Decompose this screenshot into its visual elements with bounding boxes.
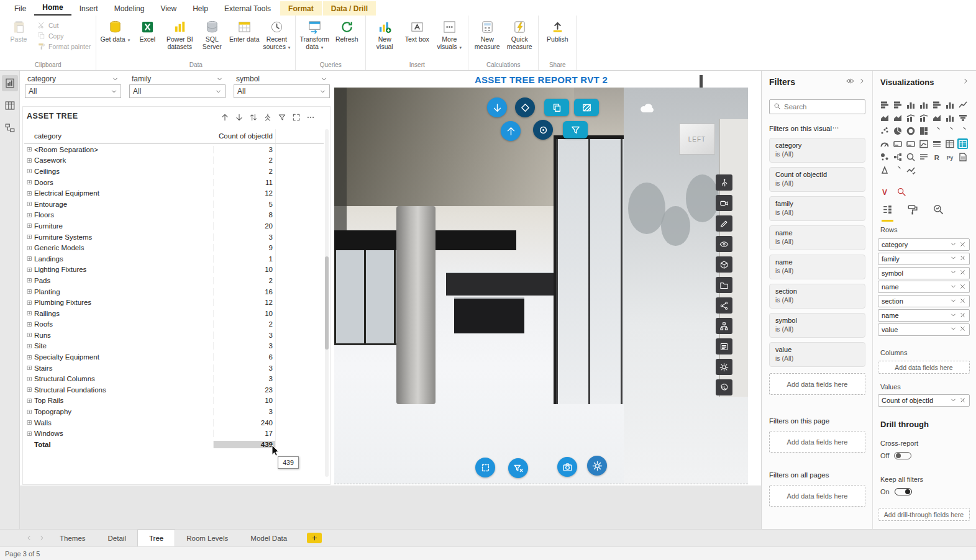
chevron-down-icon[interactable] (947, 325, 957, 333)
eye-icon[interactable] (846, 77, 854, 87)
visual-icon-waterfall-chart[interactable] (944, 112, 955, 123)
expand-icon[interactable] (24, 289, 34, 294)
rail-walk-icon[interactable] (716, 174, 732, 191)
rows-field-name[interactable]: name (878, 281, 970, 293)
slicer-dropdown[interactable]: All (25, 84, 121, 98)
visual-icon-100-stacked-column-chart[interactable] (944, 99, 955, 110)
table-row[interactable]: Electrical Equipment12 (24, 187, 324, 199)
table-row[interactable]: Furniture Systems3 (24, 232, 324, 243)
ribbon-tab-insert[interactable]: Insert (71, 1, 106, 16)
expand-icon[interactable] (24, 420, 34, 425)
visual-icon-pie-chart[interactable] (892, 125, 903, 136)
expand-icon[interactable] (24, 256, 34, 261)
remove-field-icon[interactable] (957, 312, 966, 320)
table-row[interactable]: Structural Foundations23 (24, 384, 324, 395)
viewer-button-arrow-down[interactable] (487, 97, 507, 117)
expand-icon[interactable] (24, 431, 34, 436)
table-row[interactable]: Railings10 (24, 308, 324, 319)
table-row[interactable]: Lighting Fixtures10 (24, 264, 324, 276)
visual-icon-gauge[interactable] (879, 138, 890, 149)
table-row[interactable]: Entourage5 (24, 199, 324, 210)
remove-field-icon[interactable] (957, 255, 966, 263)
viewer-button-funnel[interactable] (563, 121, 588, 138)
data-view-icon[interactable] (2, 97, 18, 114)
format-painter-button[interactable]: Format painter (37, 42, 91, 50)
viewer-button-target[interactable] (533, 120, 553, 140)
filter-add-fields[interactable]: Add data fields here (769, 485, 865, 507)
rail-hierarchy-icon[interactable] (716, 318, 732, 334)
filter-add-fields[interactable]: Add data fields here (769, 431, 865, 453)
visual-icon-power-apps[interactable] (879, 165, 890, 175)
ribbon-tab-format[interactable]: Format (280, 1, 322, 16)
slicer-header[interactable]: family (129, 73, 226, 84)
copy-button[interactable]: Copy (37, 32, 91, 40)
table-scrollbar-thumb[interactable] (325, 256, 329, 350)
cross-report-toggle[interactable] (894, 452, 911, 459)
remove-field-icon[interactable] (957, 397, 966, 405)
filter-card-count-of-objectid[interactable]: Count of objectIdis (All) (769, 167, 865, 192)
columns-add-fields[interactable]: Add data fields here (878, 361, 970, 374)
rows-field-name[interactable]: name (878, 309, 970, 322)
excel-button[interactable]: Excel (131, 16, 163, 61)
power-bi-datasets-button[interactable]: Power BI datasets (163, 16, 196, 61)
keep-filters-toggle[interactable] (895, 488, 912, 495)
table-row[interactable]: Walls240 (24, 417, 324, 428)
expand-icon[interactable] (24, 191, 34, 196)
visual-icon-r-script-visual[interactable]: R (931, 151, 942, 162)
visual-icon-donut-chart[interactable] (905, 125, 916, 136)
table-row[interactable]: Specialty Equipment6 (24, 351, 324, 363)
filter-card-section[interactable]: sectionis (All) (769, 284, 865, 309)
report-view-icon[interactable] (2, 75, 18, 91)
table-row[interactable]: Ceilings2 (24, 166, 324, 177)
page-tab-room-levels[interactable]: Room Levels (175, 530, 239, 546)
viewer-button-copy[interactable] (544, 99, 569, 116)
search-visual-icon[interactable] (896, 186, 906, 197)
visual-icon-smart-narrative[interactable] (918, 151, 929, 162)
expand-icon[interactable] (24, 409, 34, 415)
visual-icon-metrics[interactable] (905, 165, 916, 175)
remove-field-icon[interactable] (957, 297, 966, 305)
expand-icon[interactable] (24, 158, 34, 163)
rail-video-icon[interactable] (716, 195, 732, 211)
visual-icon-shape-map[interactable] (957, 125, 968, 136)
rail-gear-icon[interactable] (716, 359, 732, 375)
viewer-button-gear[interactable] (587, 456, 607, 476)
table-row[interactable]: Structural Columns3 (24, 373, 324, 384)
ribbon-tab-view[interactable]: View (152, 1, 185, 16)
ribbon-tab-help[interactable]: Help (185, 1, 216, 16)
expand-icon[interactable] (24, 223, 34, 228)
drill-down-icon[interactable] (235, 113, 244, 124)
filters-search-input[interactable] (784, 103, 861, 111)
filter-icon[interactable] (278, 113, 286, 124)
visual-icon-decomposition-tree[interactable] (892, 151, 903, 162)
visual-icon-100-stacked-bar-chart[interactable] (931, 99, 942, 110)
table-row[interactable]: Pads2 (24, 275, 324, 286)
build-tab-format[interactable] (907, 204, 919, 222)
visual-icon-ribbon-chart[interactable] (931, 112, 942, 123)
slicer-header[interactable]: category (25, 73, 121, 84)
new-visual-button[interactable]: New visual (368, 16, 401, 61)
get-data-button[interactable]: Get data ▾ (99, 16, 131, 61)
page-tab-themes[interactable]: Themes (48, 530, 97, 546)
expand-icon[interactable] (24, 365, 34, 371)
drill-up-icon[interactable] (221, 113, 229, 124)
rows-field-value[interactable]: value (878, 323, 970, 336)
viewer-button-hatch[interactable] (574, 99, 599, 116)
expand-icon[interactable] (24, 179, 34, 185)
rail-cube-icon[interactable] (716, 256, 732, 273)
filter-card-name[interactable]: nameis (All) (769, 225, 865, 250)
expand-icon[interactable] (24, 398, 34, 404)
table-row[interactable]: Runs3 (24, 330, 324, 341)
visual-icon-python-visual[interactable]: Py (944, 151, 955, 162)
page-nav-left-icon[interactable] (22, 530, 35, 546)
3d-viewer-visual[interactable]: ASSET TREE REPORT RVT 2 LEFT (334, 74, 748, 484)
expand-icon[interactable] (24, 310, 34, 316)
quick-measure-button[interactable]: Quick measure (503, 16, 536, 61)
visual-icon-multi-row-card[interactable] (905, 138, 916, 149)
more-visuals-button[interactable]: More visuals ▾ (433, 16, 465, 61)
visual-icon-qa-visual[interactable] (905, 151, 916, 162)
table-row[interactable]: Doors11 (24, 177, 324, 188)
rows-field-section[interactable]: section (878, 295, 970, 307)
values-field-count-of-objectid[interactable]: Count of objectId (878, 394, 970, 407)
filter-card-family[interactable]: familyis (All) (769, 196, 865, 221)
